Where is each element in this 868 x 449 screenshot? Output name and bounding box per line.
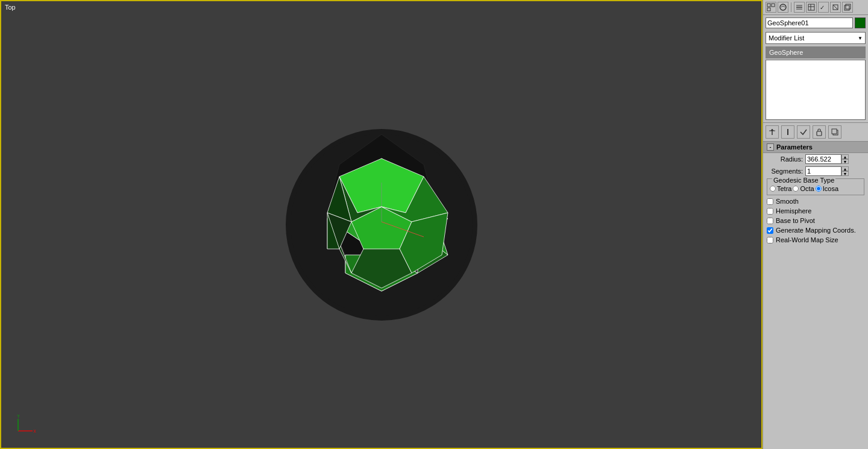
object-name-row [763,15,868,31]
radius-input[interactable] [805,154,841,164]
svg-rect-55 [832,129,837,134]
radio-tetra: Tetra [770,185,791,192]
top-toolbar: ✓ [763,0,868,15]
parameters-header: - Parameters [763,142,868,153]
viewport-label: Top [5,4,16,11]
toolbar-icon-7[interactable] [842,2,853,13]
geosphere-mesh [285,128,478,321]
modifier-stack: GeoSphere [763,45,868,60]
segments-label: Segments: [767,168,803,175]
dropdown-arrow: ▼ [858,36,863,41]
check-button[interactable] [797,125,810,139]
segments-input[interactable] [805,166,841,176]
generate-mapping-checkbox[interactable] [767,227,773,234]
viewport: Top [0,0,763,449]
smooth-row: Smooth [763,196,868,206]
svg-line-46 [833,5,838,10]
pin-button[interactable] [766,125,779,139]
generate-mapping-row: Generate Mapping Coords. [763,225,868,235]
segments-row: Segments: ▲ ▼ [763,165,868,177]
bottom-toolbar [763,122,868,142]
toolbar-icon-6[interactable] [830,2,841,13]
radio-tetra-input[interactable] [770,186,776,192]
toolbar-divider-1 [791,2,791,12]
hemisphere-row: Hemisphere [763,206,868,216]
segments-input-group: ▲ ▼ [805,166,849,176]
modifier-list-dropdown[interactable]: Modifier List ▼ [766,32,866,44]
svg-rect-41 [808,4,814,10]
radio-icosa-input[interactable] [816,186,822,192]
toolbar-icon-5[interactable]: ✓ [818,2,829,13]
radio-icosa: Icosa [816,185,838,192]
toolbar-icon-3[interactable] [794,2,805,13]
radio-octa-input[interactable] [793,186,799,192]
svg-rect-47 [844,5,849,10]
svg-rect-53 [817,131,822,136]
segments-spin-down[interactable]: ▼ [841,171,849,176]
geodesic-legend: Geodesic Base Type [772,177,835,184]
svg-rect-48 [846,4,851,9]
svg-rect-35 [772,4,775,7]
radius-row: Radius: ▲ ▼ [763,153,868,165]
object-color-swatch[interactable] [855,17,866,28]
geodesic-radio-row: Tetra Octa Icosa [770,185,861,192]
smooth-checkbox[interactable] [767,198,773,205]
modifier-stack-blank [766,60,866,120]
base-to-pivot-checkbox[interactable] [767,218,773,224]
svg-text:✓: ✓ [820,4,825,11]
svg-text:X: X [34,429,37,433]
svg-rect-36 [767,8,770,11]
collapse-button[interactable]: - [767,143,774,151]
radius-spin-up[interactable]: ▲ [841,154,849,159]
main-container: Top [0,0,868,449]
svg-text:Y: Y [17,414,20,418]
real-world-checkbox[interactable] [767,237,773,243]
base-to-pivot-row: Base to Pivot [763,216,868,225]
svg-rect-34 [767,4,770,7]
right-panel: ✓ Modifier List ▼ GeoSphere [763,0,868,449]
toolbar-icon-4[interactable] [806,2,817,13]
geodesic-base-type-group: Geodesic Base Type Tetra Octa Icosa [767,178,864,195]
geosphere-modifier-item[interactable]: GeoSphere [766,46,866,58]
pipe-button[interactable] [781,125,794,139]
segments-spinner: ▲ ▼ [841,166,849,176]
radius-input-group: ▲ ▼ [805,154,849,164]
modifier-list-row: Modifier List ▼ [763,31,868,45]
radio-octa: Octa [793,185,814,192]
radius-label: Radius: [767,155,803,163]
radius-spinner: ▲ ▼ [841,154,849,164]
hemisphere-checkbox[interactable] [767,208,773,215]
radius-spin-down[interactable]: ▼ [841,159,849,164]
toolbar-icon-2[interactable] [778,2,788,13]
parameters-section: - Parameters Radius: ▲ ▼ Segments: [763,142,868,449]
svg-point-37 [780,4,786,10]
axis-indicator: X Y [13,412,37,436]
segments-spin-up[interactable]: ▲ [841,166,849,171]
real-world-row: Real-World Map Size [763,235,868,245]
toolbar-icon-1[interactable] [766,2,776,13]
svg-marker-51 [770,129,774,131]
copy-button[interactable] [828,125,841,139]
lock-button[interactable] [813,125,826,139]
object-name-input[interactable] [766,17,853,28]
